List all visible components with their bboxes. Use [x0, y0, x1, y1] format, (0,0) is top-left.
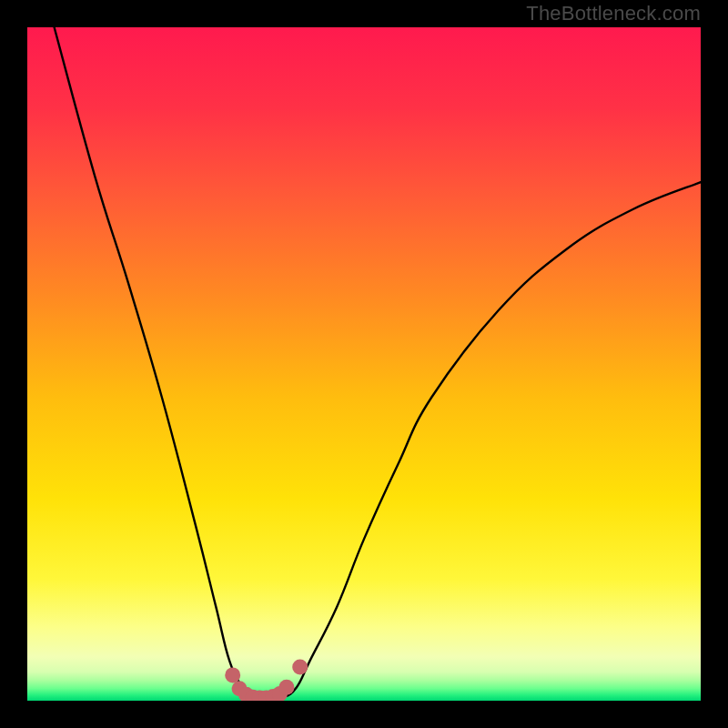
- chart-frame: [27, 27, 701, 701]
- svg-rect-0: [27, 27, 701, 701]
- chart-background-gradient: [27, 27, 701, 701]
- watermark-text: TheBottleneck.com: [526, 2, 701, 25]
